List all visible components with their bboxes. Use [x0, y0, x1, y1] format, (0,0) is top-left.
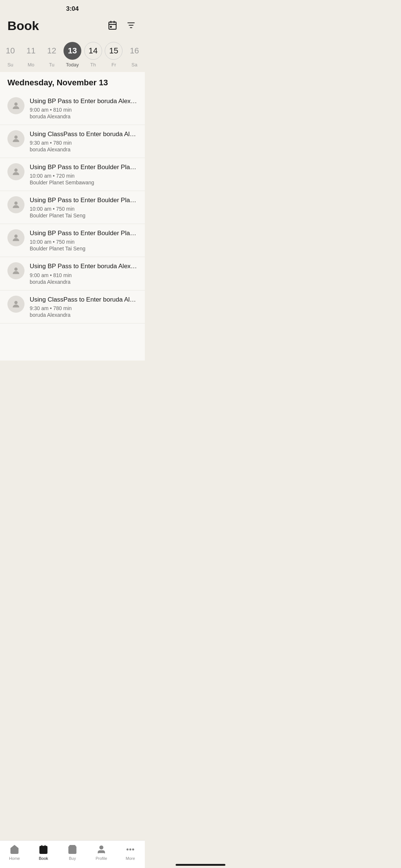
calendar-icon-button[interactable]: [106, 19, 119, 33]
session-title: Using BP Pass to Enter Boulder Planet T.…: [30, 196, 137, 204]
session-meta: 9:30 am • 780 min: [30, 305, 137, 311]
session-item[interactable]: Using BP Pass to Enter Boulder Planet T.…: [0, 224, 145, 257]
calendar-icon: [108, 20, 117, 30]
svg-point-14: [14, 301, 18, 304]
day-label: Mo: [28, 62, 35, 68]
day-label: Sa: [131, 62, 137, 68]
session-title: Using BP Pass to Enter boruda Alexandra: [30, 262, 137, 270]
session-meta: 10:00 am • 720 min: [30, 173, 137, 179]
session-item[interactable]: Using BP Pass to Enter Boulder Planet ..…: [0, 158, 145, 191]
day-item-11[interactable]: 11 Mo: [22, 42, 41, 68]
session-item[interactable]: Using ClassPass to Enter boruda Alexan..…: [0, 290, 145, 323]
day-number: 16: [125, 42, 143, 60]
session-info: Using ClassPass to Enter boruda Alexan..…: [30, 130, 137, 152]
person-icon: [11, 299, 21, 309]
avatar: [7, 296, 25, 313]
svg-point-9: [14, 135, 18, 139]
session-item[interactable]: Using ClassPass to Enter boruda Alexan..…: [0, 125, 145, 158]
header-actions: [106, 19, 137, 33]
session-meta: 10:00 am • 750 min: [30, 206, 137, 212]
day-item-16[interactable]: 16 Sa: [125, 42, 144, 68]
day-label: Su: [7, 62, 13, 68]
person-icon: [11, 266, 21, 276]
session-location: boruda Alexandra: [30, 279, 137, 285]
session-location: Boulder Planet Sembawang: [30, 180, 137, 185]
svg-point-13: [14, 268, 18, 271]
person-icon: [11, 200, 21, 210]
person-icon: [11, 167, 21, 177]
person-icon: [11, 233, 21, 243]
day-number: 14: [84, 42, 102, 60]
avatar: [7, 163, 25, 180]
day-item-13[interactable]: 13 Today: [63, 42, 82, 68]
session-location: Boulder Planet Tai Seng: [30, 213, 137, 218]
day-item-14[interactable]: 14 Th: [84, 42, 103, 68]
session-location: boruda Alexandra: [30, 312, 137, 318]
avatar: [7, 97, 25, 114]
session-info: Using ClassPass to Enter boruda Alexan..…: [30, 296, 137, 318]
day-label: Tu: [49, 62, 55, 68]
svg-point-8: [14, 102, 18, 106]
day-label: Th: [90, 62, 96, 68]
person-icon: [11, 134, 21, 144]
app-header: Book: [0, 16, 145, 39]
svg-point-12: [14, 235, 18, 238]
session-list: Using BP Pass to Enter boruda Alexandra …: [0, 92, 145, 323]
session-location: boruda Alexandra: [30, 147, 137, 152]
day-number: 15: [105, 42, 123, 60]
svg-point-10: [14, 169, 18, 172]
session-meta: 9:00 am • 810 min: [30, 107, 137, 113]
day-label: Fr: [111, 62, 116, 68]
date-heading: Wednesday, November 13: [0, 72, 145, 92]
session-info: Using BP Pass to Enter Boulder Planet T.…: [30, 229, 137, 251]
avatar: [7, 130, 25, 147]
day-label: Today: [66, 62, 79, 68]
session-item[interactable]: Using BP Pass to Enter Boulder Planet T.…: [0, 191, 145, 224]
session-item[interactable]: Using BP Pass to Enter boruda Alexandra …: [0, 257, 145, 290]
day-number: 11: [22, 42, 40, 60]
day-item-10[interactable]: 10 Su: [1, 42, 20, 68]
session-meta: 10:00 am • 750 min: [30, 239, 137, 245]
session-title: Using ClassPass to Enter boruda Alexan..…: [30, 296, 137, 304]
session-title: Using ClassPass to Enter boruda Alexan..…: [30, 130, 137, 138]
page-title: Book: [7, 19, 39, 33]
svg-rect-0: [109, 22, 116, 29]
session-info: Using BP Pass to Enter Boulder Planet T.…: [30, 196, 137, 218]
day-item-12[interactable]: 12 Tu: [42, 42, 61, 68]
session-location: boruda Alexandra: [30, 114, 137, 119]
session-location: Boulder Planet Tai Seng: [30, 246, 137, 251]
filter-icon-button[interactable]: [125, 19, 137, 33]
session-info: Using BP Pass to Enter Boulder Planet ..…: [30, 163, 137, 185]
session-meta: 9:00 am • 810 min: [30, 272, 137, 278]
svg-point-4: [110, 26, 111, 27]
status-time: 3:04: [66, 5, 79, 13]
content-area: Wednesday, November 13 Using BP Pass to …: [0, 72, 145, 361]
day-number: 10: [1, 42, 19, 60]
session-title: Using BP Pass to Enter Boulder Planet ..…: [30, 163, 137, 171]
svg-point-11: [14, 202, 18, 205]
day-number: 13: [63, 42, 81, 60]
session-title: Using BP Pass to Enter boruda Alexandra: [30, 97, 137, 105]
session-meta: 9:30 am • 780 min: [30, 140, 137, 146]
session-title: Using BP Pass to Enter Boulder Planet T.…: [30, 229, 137, 237]
status-bar: 3:04: [0, 0, 145, 16]
calendar-strip: 10 Su 11 Mo 12 Tu 13 Today 14 Th 15 Fr 1…: [0, 39, 145, 72]
day-number: 12: [43, 42, 61, 60]
session-info: Using BP Pass to Enter boruda Alexandra …: [30, 262, 137, 285]
session-info: Using BP Pass to Enter boruda Alexandra …: [30, 97, 137, 119]
session-item[interactable]: Using BP Pass to Enter boruda Alexandra …: [0, 92, 145, 125]
day-item-15[interactable]: 15 Fr: [104, 42, 123, 68]
avatar: [7, 229, 25, 246]
avatar: [7, 262, 25, 279]
person-icon: [11, 101, 21, 111]
avatar: [7, 196, 25, 213]
filter-icon: [126, 20, 136, 30]
